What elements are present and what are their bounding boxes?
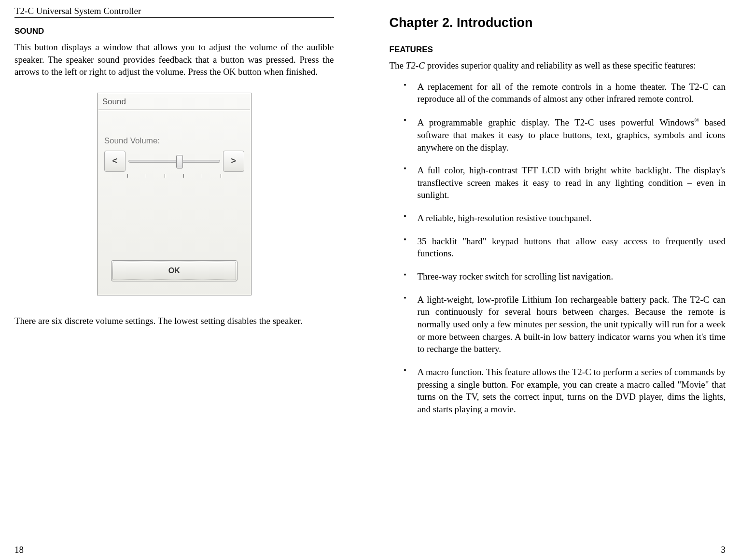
chapter-heading: Chapter 2. Introduction [390,15,726,30]
feature-text-part: A macro function. This feature allows th… [418,367,572,377]
tick-mark [127,174,128,178]
tick-mark [146,174,146,178]
tick-mark [202,174,202,178]
slider-container [128,151,220,172]
tick-mark [221,174,221,178]
feature-text-part: A programmable graphic display. The [418,117,575,127]
feature-item: A full color, high-contrast TFT LCD with… [404,164,726,201]
tick-mark [165,174,165,178]
feature-text-part: A replacement for all of the remote cont… [418,82,689,92]
tick-mark [183,174,184,178]
feature-list: A replacement for all of the remote cont… [390,81,726,416]
feature-text-part: T2-C [572,367,591,377]
feature-text-part: A light-weight, low-profile Lithium Ion … [418,294,690,305]
feature-text-part: uses powerful Windows [594,117,694,127]
sound-heading: SOUND [14,27,334,36]
right-page: Chapter 2. Introduction FEATURES The T2-… [370,0,740,560]
page-number-right: 3 [721,545,726,555]
dialog-footer: OK [104,253,244,288]
feature-item: A programmable graphic display. The T2-C… [404,116,726,154]
feature-text-part: T2-C [574,117,594,127]
slider-ticks [104,174,244,178]
volume-up-button[interactable]: > [223,151,244,172]
left-page: T2-C Universal System Controller SOUND T… [0,0,370,560]
page-number-left: 18 [14,545,24,555]
volume-slider[interactable] [128,160,220,163]
intro-part1: The [390,60,406,70]
intro-italic: T2-C [406,60,425,70]
volume-slider-thumb[interactable] [176,155,183,168]
dialog-separator [98,110,250,110]
sound-paragraph: This button displays a window that allow… [14,41,334,78]
sound-para-part2: button when finished. [236,67,318,77]
feature-item: A light-weight, low-profile Lithium Ion … [404,294,726,355]
sound-dialog: Sound Sound Volume: < > [97,93,251,295]
intro-part2: provides superior quality and reliabilit… [425,60,696,70]
feature-text-part: A reliable, high-resolution resistive to… [418,213,592,223]
feature-text-part: 35 backlit "hard" keypad buttons that al… [418,236,726,259]
feature-text-part: T2-C [690,294,709,305]
feature-item: 35 backlit "hard" keypad buttons that al… [404,235,726,260]
volume-label: Sound Volume: [104,136,244,146]
feature-text-part: ® [694,116,699,124]
page-header: T2-C Universal System Controller [14,6,334,18]
ok-smallcaps: OK [223,67,236,77]
feature-item: A reliable, high-resolution resistive to… [404,212,726,224]
feature-item: Three-way rocker switch for scrolling li… [404,270,726,283]
dialog-body: Sound Volume: < > [98,112,251,295]
volume-down-button[interactable]: < [104,151,126,172]
features-heading: FEATURES [390,45,726,55]
feature-text-part: T2-C [689,82,709,92]
feature-text-part: Three-way rocker switch for scrolling li… [418,271,614,281]
closing-paragraph: There are six discrete volume settings. … [14,315,334,327]
sound-dialog-figure: Sound Sound Volume: < > [14,93,334,295]
feature-text-part: A full color, high-contrast TFT LCD with… [418,165,726,200]
dialog-title: Sound [98,93,251,110]
features-intro: The T2-C provides superior quality and r… [390,59,726,72]
feature-item: A macro function. This feature allows th… [404,366,726,416]
ok-button[interactable]: OK [111,260,237,281]
feature-item: A replacement for all of the remote cont… [404,81,726,105]
slider-row: < > [104,151,244,172]
